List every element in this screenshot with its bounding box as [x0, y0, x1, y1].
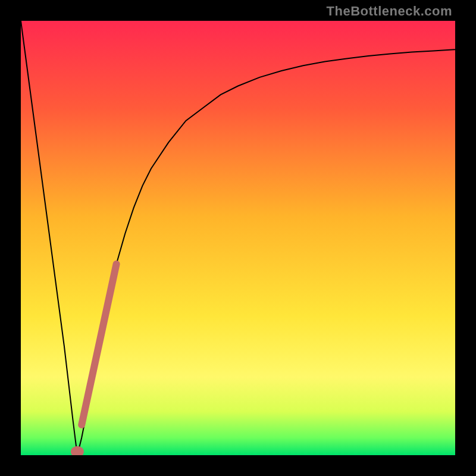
chart-frame: TheBottleneck.com	[0, 0, 476, 476]
plot-area	[21, 21, 455, 455]
watermark-label: TheBottleneck.com	[327, 4, 452, 19]
bottleneck-chart	[21, 21, 455, 455]
